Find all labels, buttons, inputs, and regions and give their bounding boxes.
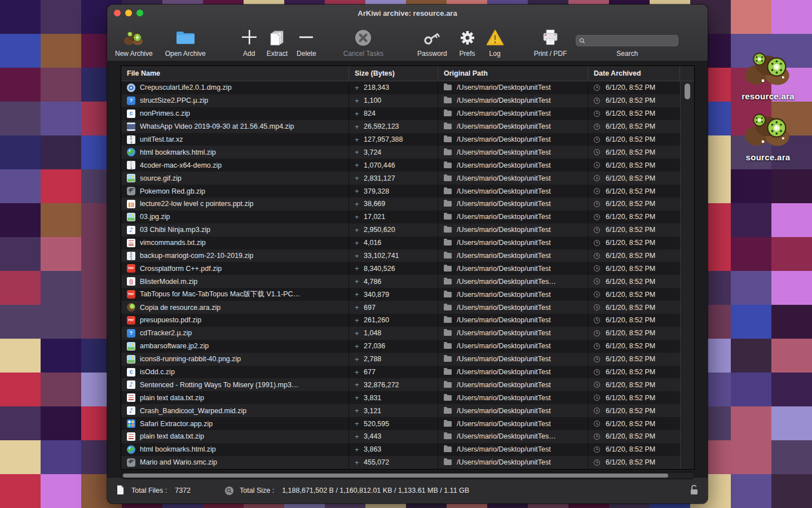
- table-row[interactable]: Crash_Bandicoot_Warped.mid.zip+3,121/Use…: [121, 404, 680, 417]
- expand-plus-control[interactable]: +: [355, 303, 364, 312]
- table-row[interactable]: unitTest.tar.xz+127,957,388/Users/mario/…: [121, 133, 680, 146]
- expand-plus-control[interactable]: +: [355, 148, 364, 156]
- minimize-window-button[interactable]: [125, 10, 132, 16]
- extract-button[interactable]: Extract: [267, 23, 288, 58]
- table-row[interactable]: structSize2.PPC.µ.zip+1,100/Users/mario/…: [121, 94, 680, 107]
- folder-icon: [444, 305, 452, 310]
- expand-plus-control[interactable]: +: [355, 110, 364, 118]
- folder-icon: [444, 330, 452, 336]
- folder-icon: [444, 253, 452, 259]
- table-row[interactable]: WhatsApp Video 2019-09-30 at 21.56.45.mp…: [121, 120, 680, 133]
- column-header-file-name[interactable]: File Name: [121, 66, 349, 81]
- unlocked-padlock-icon[interactable]: [690, 484, 699, 497]
- print-pdf-button[interactable]: Print / PDF: [534, 23, 567, 58]
- expand-plus-control[interactable]: +: [355, 355, 364, 364]
- file-name: html bookmarks.html.zip: [140, 445, 216, 453]
- expand-plus-control[interactable]: +: [355, 213, 364, 221]
- expand-plus-control[interactable]: +: [355, 458, 364, 467]
- table-row[interactable]: CrepuscularLife2.0.1.dmg.zip+218,343/Use…: [121, 81, 680, 94]
- table-row[interactable]: html bookmarks.html.zip+3,863/Users/mari…: [121, 443, 680, 456]
- table-row[interactable]: backup-mariogt-com-22-10-2019.zip+33,102…: [121, 249, 680, 262]
- table-row[interactable]: ambarsoftware.jp2.zip+27,036/Users/mario…: [121, 340, 680, 353]
- expand-plus-control[interactable]: +: [355, 187, 364, 195]
- table-row[interactable]: 4coder-mac-x64-demo.zip+1,070,446/Users/…: [121, 159, 680, 172]
- column-header-size[interactable]: Size (Bytes): [349, 66, 438, 81]
- open-archive-button[interactable]: Open Archive: [165, 23, 206, 58]
- expand-plus-control[interactable]: +: [355, 368, 364, 376]
- add-button[interactable]: Add: [240, 23, 259, 58]
- expand-plus-control[interactable]: +: [355, 97, 364, 105]
- table-row[interactable]: Safari Extractor.app.zip+520,595/Users/m…: [121, 417, 680, 430]
- table-row[interactable]: Pokemon Red.gb.zip+379,328/Users/mario/D…: [121, 185, 680, 198]
- close-window-button[interactable]: [114, 10, 121, 16]
- search-text-field[interactable]: [588, 37, 675, 45]
- desktop-tile: [771, 406, 812, 440]
- horizontal-scrollbar[interactable]: [121, 472, 695, 479]
- table-row[interactable]: Crossplatform C++.pdf.zip+8,340,526/User…: [121, 262, 680, 275]
- clock-icon: [594, 175, 600, 181]
- table-row[interactable]: presupuesto.pdf.zip+261,260/Users/mario/…: [121, 314, 680, 327]
- expand-plus-control[interactable]: +: [355, 342, 364, 351]
- table-row[interactable]: vimcommands.txt.zip+4,016/Users/mario/De…: [121, 237, 680, 249]
- horizontal-scrollbar-thumb[interactable]: [123, 474, 668, 478]
- expand-plus-control[interactable]: +: [355, 277, 364, 286]
- table-row[interactable]: cdTracker2.µ.zip+1,048/Users/mario/Deskt…: [121, 327, 680, 340]
- date-archived: 6/1/20, 8:52 PM: [606, 432, 655, 440]
- vertical-scrollbar[interactable]: [680, 81, 694, 469]
- table-row[interactable]: source.gif.zip+2,831,127/Users/mario/Des…: [121, 172, 680, 185]
- folder-icon: [444, 227, 452, 233]
- table-row[interactable]: Sentenced - Rotting Ways To Misery (1991…: [121, 378, 680, 391]
- column-header-original-path[interactable]: Original Path: [438, 66, 588, 81]
- table-row[interactable]: TabTopus for Mac-TabTopus Mac版下载 V1.1-PC…: [121, 288, 680, 301]
- expand-plus-control[interactable]: +: [355, 432, 364, 441]
- expand-plus-control[interactable]: +: [355, 252, 364, 260]
- table-row[interactable]: plain text data.txt.zip+3,831/Users/mari…: [121, 391, 680, 404]
- date-archived: 6/1/20, 8:52 PM: [606, 174, 655, 182]
- table-row[interactable]: lecture22-low level c pointers.ppt.zip+3…: [121, 198, 680, 211]
- new-archive-button[interactable]: New Archive: [115, 23, 153, 58]
- table-row[interactable]: Copia de resource.ara.zip+697/Users/mari…: [121, 301, 680, 314]
- search-input[interactable]: [576, 35, 678, 46]
- total-files-value: 7372: [175, 487, 191, 494]
- desktop-icon-source-ara[interactable]: source.ara: [737, 111, 799, 162]
- table-row[interactable]: plain text data.txt.zip+3,443/Users/mari…: [121, 430, 680, 443]
- folder-icon: [444, 459, 452, 465]
- expand-plus-control[interactable]: +: [355, 290, 364, 299]
- expand-plus-control[interactable]: +: [355, 239, 364, 247]
- expand-plus-control[interactable]: +: [355, 316, 364, 325]
- table-row[interactable]: Mario and Wario.smc.zip+455,072/Users/ma…: [121, 456, 680, 469]
- expand-plus-control[interactable]: +: [355, 84, 364, 92]
- expand-plus-control[interactable]: +: [355, 264, 364, 273]
- title-bar[interactable]: ArKiwi archive: resource.ara: [107, 5, 708, 21]
- minus-icon: [297, 27, 315, 49]
- table-row[interactable]: isOdd.c.zip+677/Users/mario/Desktop/unit…: [121, 366, 680, 379]
- table-row[interactable]: nonPrimes.c.zip+824/Users/mario/Desktop/…: [121, 107, 680, 120]
- expand-plus-control[interactable]: +: [355, 174, 364, 182]
- zoom-window-button[interactable]: [136, 10, 143, 16]
- desktop-icon-resource-ara[interactable]: resource.ara: [737, 50, 799, 101]
- log-button[interactable]: Log: [486, 23, 505, 58]
- clock-icon: [594, 85, 600, 91]
- column-header-date-archived[interactable]: Date Archived: [588, 66, 680, 81]
- table-row[interactable]: 03.jpg.zip+17,021/Users/mario/Desktop/un…: [121, 211, 680, 224]
- table-row[interactable]: 03 Chibi Ninja.mp3.zip+2,950,620/Users/m…: [121, 224, 680, 237]
- expand-plus-control[interactable]: +: [355, 393, 364, 402]
- expand-plus-control[interactable]: +: [355, 329, 364, 338]
- expand-plus-control[interactable]: +: [355, 200, 364, 208]
- vertical-scrollbar-thumb[interactable]: [685, 84, 690, 99]
- expand-plus-control[interactable]: +: [355, 445, 364, 454]
- table-row[interactable]: html bookmarks.html.zip+3,724/Users/mari…: [121, 146, 680, 159]
- expand-plus-control[interactable]: +: [355, 226, 364, 234]
- expand-plus-control[interactable]: +: [355, 161, 364, 169]
- prefs-button[interactable]: Prefs: [458, 23, 476, 58]
- expand-plus-control[interactable]: +: [355, 135, 364, 144]
- table-row[interactable]: BlisterModel.m.zip+4,786/Users/mario/Des…: [121, 275, 680, 288]
- table-row[interactable]: icons8-running-rabbit-40.png.zip+2,788/U…: [121, 353, 680, 366]
- expand-plus-control[interactable]: +: [355, 406, 364, 415]
- original-path: /Users/mario/Desktop/unitTest: [457, 394, 551, 402]
- expand-plus-control[interactable]: +: [355, 380, 364, 389]
- delete-button[interactable]: Delete: [297, 23, 316, 58]
- expand-plus-control[interactable]: +: [355, 419, 364, 428]
- expand-plus-control[interactable]: +: [355, 122, 364, 131]
- password-button[interactable]: Password: [417, 23, 447, 58]
